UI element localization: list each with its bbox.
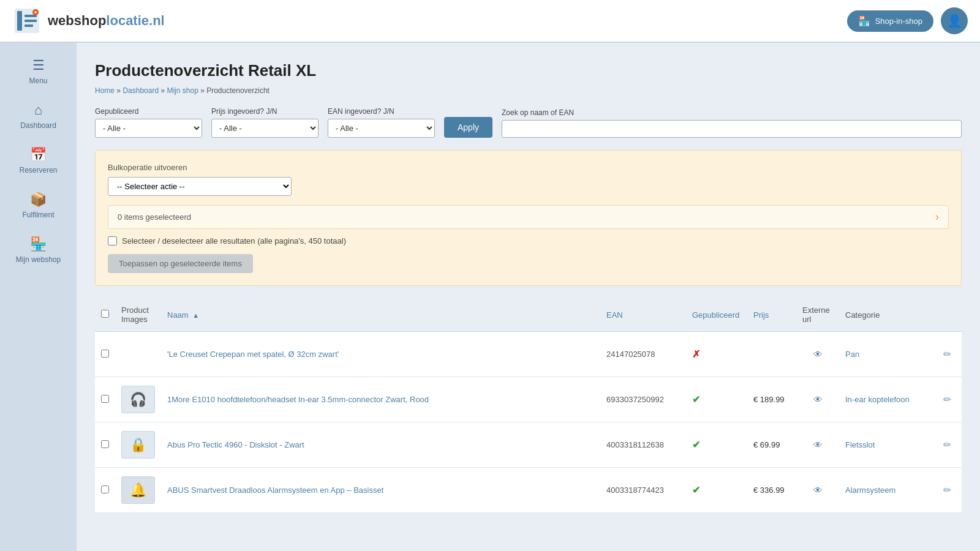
product-price-cell	[747, 332, 796, 377]
product-edit-cell: ✏	[937, 468, 962, 513]
product-name-cell: Abus Pro Tectic 4960 - Diskslot - Zwart	[161, 422, 600, 468]
product-exturl-cell: 👁	[796, 468, 839, 513]
product-thumb: 🔒	[121, 431, 155, 459]
logo-icon	[12, 6, 42, 36]
edit-icon[interactable]: ✏	[943, 349, 951, 359]
product-edit-cell: ✏	[937, 332, 962, 377]
filter-ean-label: EAN ingevoerd? J/N	[328, 107, 435, 116]
edit-icon[interactable]: ✏	[943, 485, 951, 495]
sidebar-item-fulfilment[interactable]: 📦 Fulfilment	[0, 183, 77, 228]
col-header-ean[interactable]: EAN	[600, 298, 686, 332]
table-select-all-checkbox[interactable]	[101, 310, 109, 318]
sidebar-item-menu[interactable]: ☰ Menu	[0, 49, 77, 94]
edit-icon[interactable]: ✏	[943, 440, 951, 450]
filter-gepubliceerd: Gepubliceerd - Alle - Ja Nee	[95, 107, 202, 138]
sidebar-item-reserveren[interactable]: 📅 Reserveren	[0, 138, 77, 183]
logo-loc: locatie.nl	[106, 13, 164, 28]
category-link[interactable]: Pan	[845, 350, 859, 359]
product-image-cell: 🔒	[115, 422, 161, 468]
shop-icon: 🏪	[30, 236, 47, 252]
col-header-categorie: Categorie	[839, 298, 937, 332]
sidebar-label-fulfilment: Fulfilment	[22, 211, 54, 219]
product-ean-cell: 4003318774423	[600, 468, 686, 513]
apply-selected-button[interactable]: Toepassen op geselecteerde items	[108, 254, 253, 273]
sidebar-label-dashboard: Dashboard	[20, 121, 56, 130]
apply-button[interactable]: Apply	[444, 117, 492, 138]
header-right: 🏪 Shop-in-shop 👤	[847, 7, 968, 34]
bulk-action-select[interactable]: -- Selecteer actie --	[108, 177, 292, 196]
sidebar-item-dashboard[interactable]: ⌂ Dashboard	[0, 94, 77, 138]
sidebar: ☰ Menu ⌂ Dashboard 📅 Reserveren 📦 Fulfil…	[0, 43, 77, 551]
col-header-name[interactable]: Naam ▲	[161, 298, 600, 332]
filter-prijs: Prijs ingevoerd? J/N - Alle - Ja Nee	[211, 107, 318, 138]
search-input[interactable]	[502, 120, 962, 138]
select-all-checkbox[interactable]	[108, 236, 117, 246]
row-checkbox[interactable]	[101, 395, 109, 403]
eye-icon[interactable]: 👁	[813, 485, 823, 495]
product-price-cell: € 189.99	[747, 377, 796, 422]
col-header-gepubliceerd[interactable]: Gepubliceerd	[686, 298, 747, 332]
box-icon: 📦	[30, 192, 47, 208]
col-header-prijs[interactable]: Prijs	[747, 298, 796, 332]
breadcrumb-mijn-shop[interactable]: Mijn shop	[167, 86, 198, 95]
eye-icon[interactable]: 👁	[813, 440, 823, 450]
logo-area: webshoplocatie.nl	[12, 6, 165, 36]
product-name-link[interactable]: 1More E1010 hoofdtelefoon/headset In-ear…	[167, 395, 429, 404]
category-link[interactable]: Fietsslot	[845, 440, 875, 449]
product-image-cell: 🎧	[115, 377, 161, 422]
items-selected-text: 0 items geselecteerd	[118, 212, 191, 222]
logo-main: webshop	[48, 13, 106, 28]
product-exturl-cell: 👁	[796, 422, 839, 468]
products-table: Product Images Naam ▲ EAN Gepubliceerd P…	[95, 298, 962, 513]
published-yes-icon: ✔	[692, 440, 700, 450]
row-checkbox[interactable]	[101, 440, 109, 448]
product-ean-cell: 24147025078	[600, 332, 686, 377]
filter-prijs-label: Prijs ingevoerd? J/N	[211, 107, 318, 116]
select-all-row: Selecteer / deselecteer alle resultaten …	[108, 236, 949, 246]
row-checkbox[interactable]	[101, 485, 109, 493]
shop-in-shop-button[interactable]: 🏪 Shop-in-shop	[847, 10, 933, 32]
table-row: 🔒 Abus Pro Tectic 4960 - Diskslot - Zwar…	[95, 422, 962, 468]
category-link[interactable]: Alarmsysteem	[845, 485, 895, 495]
filter-ean: EAN ingevoerd? J/N - Alle - Ja Nee	[328, 107, 435, 138]
items-selected-bar: 0 items geselecteerd ›	[108, 205, 949, 229]
filter-gepubliceerd-label: Gepubliceerd	[95, 107, 202, 116]
eye-icon[interactable]: 👁	[813, 349, 823, 359]
category-link[interactable]: In-ear koptelefoon	[845, 395, 910, 404]
sidebar-item-mijn-webshop[interactable]: 🏪 Mijn webshop	[0, 228, 77, 272]
filter-gepubliceerd-select[interactable]: - Alle - Ja Nee	[95, 119, 202, 138]
product-name-link[interactable]: 'Le Creuset Crepepan met spatel, Ø 32cm …	[167, 350, 339, 359]
layout: ☰ Menu ⌂ Dashboard 📅 Reserveren 📦 Fulfil…	[0, 43, 980, 551]
breadcrumb-home[interactable]: Home	[95, 86, 115, 95]
product-category-cell: In-ear koptelefoon	[839, 377, 937, 422]
product-name-cell: 'Le Creuset Crepepan met spatel, Ø 32cm …	[161, 332, 600, 377]
product-name-link[interactable]: ABUS Smartvest Draadloos Alarmsysteem en…	[167, 485, 383, 495]
sidebar-label-menu: Menu	[29, 77, 47, 85]
row-checkbox[interactable]	[101, 350, 109, 358]
product-edit-cell: ✏	[937, 377, 962, 422]
published-yes-icon: ✔	[692, 394, 700, 405]
breadcrumb-dashboard[interactable]: Dashboard	[123, 86, 159, 95]
product-price-cell: € 336.99	[747, 468, 796, 513]
product-category-cell: Pan	[839, 332, 937, 377]
chevron-right-icon: ›	[935, 211, 939, 223]
product-thumb: 🎧	[121, 386, 155, 413]
table-row: 'Le Creuset Crepepan met spatel, Ø 32cm …	[95, 332, 962, 377]
filter-ean-select[interactable]: - Alle - Ja Nee	[328, 119, 435, 138]
svg-rect-1	[17, 11, 22, 31]
avatar-button[interactable]: 👤	[941, 7, 968, 34]
menu-icon: ☰	[32, 58, 45, 73]
table-row: 🎧 1More E1010 hoofdtelefoon/headset In-e…	[95, 377, 962, 422]
breadcrumb-current: Productenoverzicht	[206, 86, 270, 95]
product-category-cell: Alarmsysteem	[839, 468, 937, 513]
filter-prijs-select[interactable]: - Alle - Ja Nee	[211, 119, 318, 138]
edit-icon[interactable]: ✏	[943, 394, 951, 405]
logo-text: webshoplocatie.nl	[48, 13, 165, 29]
product-name-cell: ABUS Smartvest Draadloos Alarmsysteem en…	[161, 468, 600, 513]
eye-icon[interactable]: 👁	[813, 394, 823, 405]
table-header-row: Product Images Naam ▲ EAN Gepubliceerd P…	[95, 298, 962, 332]
product-name-link[interactable]: Abus Pro Tectic 4960 - Diskslot - Zwart	[167, 440, 304, 449]
col-header-edit	[937, 298, 962, 332]
product-thumb	[121, 340, 155, 368]
published-yes-icon: ✔	[692, 485, 700, 495]
